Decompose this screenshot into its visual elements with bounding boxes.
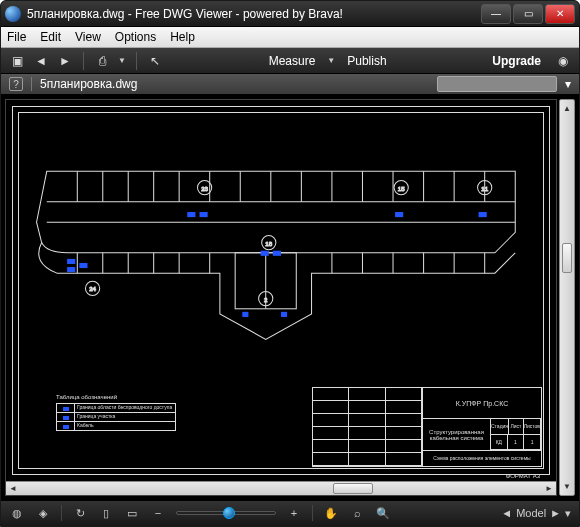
page-icon[interactable]: ▯	[98, 505, 114, 521]
menu-file[interactable]: File	[7, 30, 26, 44]
close-button[interactable]: ✕	[545, 4, 575, 24]
menu-options[interactable]: Options	[115, 30, 156, 44]
prev-icon[interactable]: ◄	[33, 53, 49, 69]
h-scroll-thumb[interactable]	[333, 483, 373, 494]
search-dropdown-icon[interactable]: ▾	[565, 77, 571, 91]
app-window: 5планировка.dwg - Free DWG Viewer - powe…	[0, 0, 580, 527]
scroll-down-icon[interactable]: ▼	[560, 479, 574, 495]
layout-prev-icon[interactable]: ◄	[501, 507, 512, 519]
window-title: 5планировка.dwg - Free DWG Viewer - powe…	[27, 7, 479, 21]
layers-icon[interactable]: ◈	[35, 505, 51, 521]
layout-dropdown-icon[interactable]: ▾	[565, 507, 571, 520]
tb-project: К.УПФР Пр.СКС	[423, 388, 541, 419]
content-area: 23 15 11 18 2 24	[1, 95, 579, 500]
scroll-left-icon[interactable]: ◄	[6, 484, 20, 493]
zoom-knob[interactable]	[223, 507, 235, 519]
legend-table: Таблица обозначений Граница области бесп…	[56, 394, 176, 431]
zoom-region-icon[interactable]: ⌕	[349, 505, 365, 521]
menu-edit[interactable]: Edit	[40, 30, 61, 44]
fit-width-icon[interactable]: ▭	[124, 505, 140, 521]
scroll-right-icon[interactable]: ►	[542, 484, 556, 493]
tb-desc: Структурированная кабельная система	[423, 419, 491, 449]
titlebar[interactable]: 5планировка.dwg - Free DWG Viewer - powe…	[1, 1, 579, 27]
tabbar: ? 5планировка.dwg ▾	[1, 74, 579, 95]
zoom-slider[interactable]	[176, 511, 276, 515]
format-label: ФОРМАТ А3	[506, 473, 540, 479]
open-icon[interactable]: ▣	[9, 53, 25, 69]
measure-dropdown-icon[interactable]: ▼	[327, 56, 335, 65]
layout-picker[interactable]: ◄ Model ► ▾	[501, 507, 571, 520]
menu-help[interactable]: Help	[170, 30, 195, 44]
brava-logo-icon[interactable]: ◉	[555, 53, 571, 69]
horizontal-scrollbar[interactable]: ◄ ►	[6, 481, 556, 495]
v-scroll-thumb[interactable]	[562, 243, 572, 273]
tb-desc2: Схема расположения элементов системы	[423, 451, 541, 466]
tab-filename[interactable]: 5планировка.dwg	[40, 77, 137, 91]
print-dropdown-icon[interactable]: ▼	[118, 56, 126, 65]
publish-button[interactable]: Publish	[347, 54, 386, 68]
pan-icon[interactable]: ✋	[323, 505, 339, 521]
magnify-icon[interactable]: 🔍	[375, 505, 391, 521]
toolbar: ▣ ◄ ► ⎙ ▼ ↖ Measure ▼ Publish Upgrade ◉	[1, 48, 579, 74]
maximize-button[interactable]: ▭	[513, 4, 543, 24]
title-block: К.УПФР Пр.СКС Структурированная кабельна…	[312, 387, 542, 467]
upgrade-button[interactable]: Upgrade	[492, 54, 541, 68]
search-input[interactable]	[437, 76, 557, 92]
minimize-button[interactable]: —	[481, 4, 511, 24]
layout-next-icon[interactable]: ►	[550, 507, 561, 519]
next-icon[interactable]: ►	[57, 53, 73, 69]
rotate-icon[interactable]: ↻	[72, 505, 88, 521]
zoom-out-icon[interactable]: −	[150, 505, 166, 521]
statusbar: ◍ ◈ ↻ ▯ ▭ − + ✋ ⌕ 🔍 ◄ Model ► ▾	[1, 500, 579, 526]
scroll-up-icon[interactable]: ▲	[560, 100, 574, 116]
measure-button[interactable]: Measure	[269, 54, 316, 68]
globe-icon[interactable]: ◍	[9, 505, 25, 521]
app-icon	[5, 6, 21, 22]
menubar: File Edit View Options Help	[1, 27, 579, 48]
zoom-in-icon[interactable]: +	[286, 505, 302, 521]
help-icon[interactable]: ?	[9, 77, 23, 91]
pointer-icon[interactable]: ↖	[147, 53, 163, 69]
legend-header: Таблица обозначений	[56, 394, 176, 400]
vertical-scrollbar[interactable]: ▲ ▼	[559, 99, 575, 496]
menu-view[interactable]: View	[75, 30, 101, 44]
print-icon[interactable]: ⎙	[94, 53, 110, 69]
layout-label: Model	[516, 507, 546, 519]
drawing-canvas[interactable]: 23 15 11 18 2 24	[6, 100, 556, 481]
